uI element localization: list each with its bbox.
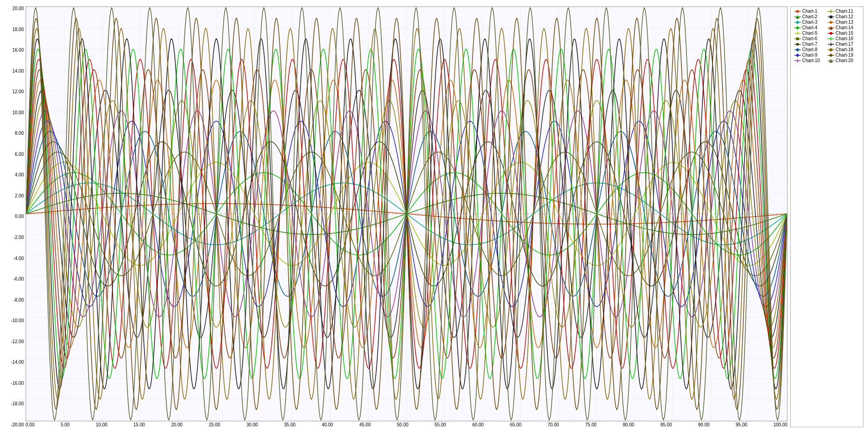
x-axis-label: 45.00 [359,422,371,427]
y-axis-label: -14.00 [11,360,24,365]
legend-item: Chart-15 [828,31,859,36]
y-axis-label: -16.00 [11,381,24,386]
legend-marker [794,15,801,19]
legend: Chart-1Chart-11Chart-2Chart-12Chart-3Cha… [790,6,863,427]
legend-marker [794,9,801,14]
x-axis-label: 25.00 [209,422,220,427]
legend-marker [828,48,834,52]
x-axis-label: 60.00 [472,422,484,427]
y-axis-label: -10.00 [11,319,24,323]
y-axis-label: -6.00 [13,277,24,281]
y-axis-label: -4.00 [13,256,24,261]
legend-marker [794,37,801,41]
legend-label: Chart-13 [836,20,853,25]
legend-item: Chart-17 [828,42,859,47]
chart-area: 20.0018.0016.0014.0012.0010.008.006.004.… [5,6,863,427]
y-axis-label: 20.00 [12,6,24,11]
x-axis-label: 100.00 [773,422,788,427]
legend-label: Chart-18 [836,47,853,52]
legend-label: Chart-7 [802,42,817,47]
legend-marker [794,42,801,47]
legend-label: Chart-20 [836,58,853,63]
legend-item: Chart-13 [828,20,859,25]
legend-item: Chart-5 [794,31,826,36]
legend-label: Chart-17 [836,42,853,47]
legend-label: Chart-15 [836,31,853,36]
x-axis: 0.005.0010.0015.0020.0025.0030.0035.0040… [26,422,788,427]
legend-marker [794,48,801,52]
y-axis-label: 14.00 [12,69,24,74]
legend-label: Chart-1 [802,9,817,14]
y-axis-label: 10.00 [12,111,24,115]
x-axis-label: 90.00 [698,422,710,427]
legend-item: Chart-18 [828,47,859,52]
legend-item: Chart-11 [828,9,859,14]
x-axis-label: 20.00 [171,422,182,427]
legend-marker [828,26,834,30]
legend-marker [828,20,834,25]
legend-label: Chart-2 [802,14,817,19]
legend-item: Chart-20 [828,58,859,63]
legend-marker [828,9,834,14]
y-axis-label: -2.00 [13,235,24,240]
legend-marker [794,20,801,25]
y-axis-label: 4.00 [15,173,24,177]
legend-item: Chart-6 [794,36,826,41]
legend-item: Chart-3 [794,20,826,25]
legend-item: Chart-8 [794,47,826,52]
legend-marker [794,58,801,63]
x-axis-label: 35.00 [284,422,295,427]
y-axis-label: 12.00 [12,90,24,94]
y-axis-label: 2.00 [15,194,24,198]
y-axis-label: -20.00 [11,423,24,427]
x-axis-label: 0.00 [26,422,34,427]
x-axis-label: 15.00 [134,422,145,427]
legend-marker [828,53,834,58]
legend-marker [828,42,834,47]
x-axis-label: 55.00 [434,422,446,427]
legend-item: Chart-19 [828,53,859,58]
chart-and-legend: 0.005.0010.0015.0020.0025.0030.0035.0040… [26,6,863,427]
legend-label: Chart-3 [802,20,817,25]
x-axis-label: 30.00 [246,422,258,427]
legend-marker [828,58,834,63]
y-axis-label: 16.00 [12,48,24,53]
legend-label: Chart-9 [802,53,817,58]
legend-label: Chart-6 [802,36,817,41]
plot-area [26,6,788,421]
legend-label: Chart-5 [802,31,817,36]
legend-item: Chart-14 [828,25,859,30]
legend-label: Chart-4 [802,25,817,30]
legend-marker [828,15,834,19]
y-axis-label: 8.00 [15,131,24,136]
y-axis-label: 6.00 [15,152,24,157]
x-axis-label: 10.00 [96,422,107,427]
legend-marker [794,26,801,30]
y-axis-label: 0.00 [15,214,24,219]
legend-label: Chart-14 [836,25,853,30]
legend-marker [828,31,834,36]
x-axis-label: 80.00 [623,422,634,427]
y-axis-label: -12.00 [11,340,24,344]
chart-line-20 [26,8,787,420]
y-axis: 20.0018.0016.0014.0012.0010.008.006.004.… [5,6,26,427]
y-axis-label: -8.00 [13,298,24,303]
legend-label: Chart-10 [802,58,820,63]
x-axis-label: 50.00 [397,422,408,427]
legend-item: Chart-9 [794,53,826,58]
y-axis-label: 18.00 [12,27,24,32]
legend-label: Chart-8 [802,47,817,52]
chart-svg [26,7,787,421]
legend-item: Chart-7 [794,42,826,47]
legend-label: Chart-12 [836,14,853,19]
legend-item: Chart-16 [828,36,859,41]
x-axis-label: 40.00 [321,422,333,427]
legend-item: Chart-4 [794,25,826,30]
legend-label: Chart-11 [836,9,853,14]
legend-label: Chart-19 [836,53,853,58]
y-axis-label: -18.00 [11,402,24,406]
legend-marker [794,53,801,58]
x-axis-label: 85.00 [660,422,672,427]
legend-marker [828,37,834,41]
x-axis-label: 5.00 [61,422,70,427]
